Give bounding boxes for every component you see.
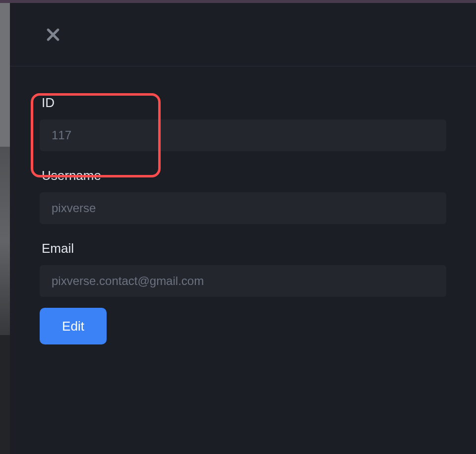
form-area: ID Username Email Edit	[10, 66, 476, 344]
id-label: ID	[40, 95, 446, 111]
profile-modal: ID Username Email Edit	[10, 3, 476, 454]
email-label: Email	[40, 241, 446, 256]
username-input	[40, 192, 446, 224]
username-field-group: Username	[40, 168, 446, 224]
close-icon[interactable]	[44, 25, 62, 44]
id-input	[40, 119, 446, 151]
username-label: Username	[40, 168, 446, 183]
modal-header	[10, 3, 476, 66]
id-field-group: ID	[40, 95, 446, 151]
email-input	[40, 265, 446, 297]
edit-button[interactable]: Edit	[40, 308, 107, 344]
email-field-group: Email	[40, 241, 446, 297]
background-sliver	[0, 3, 10, 454]
